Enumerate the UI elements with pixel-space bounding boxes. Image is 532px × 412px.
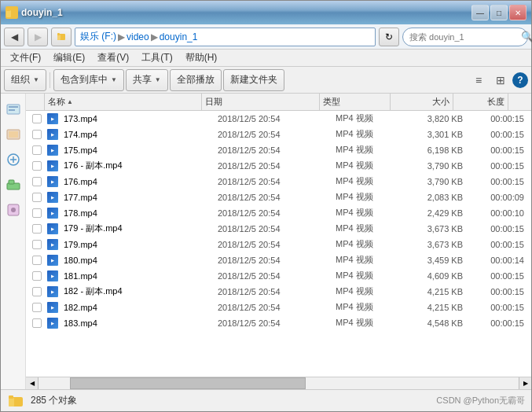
sidebar-icon-3[interactable] <box>4 150 23 169</box>
organize-dropdown-arrow: ▼ <box>33 76 39 83</box>
view-tiles-button[interactable]: ⊞ <box>490 70 511 90</box>
file-name: 179.mp4 <box>64 240 218 249</box>
table-row[interactable]: ▶ 177.mp4 2018/12/5 20:54 MP4 视频 2,083 K… <box>26 189 531 205</box>
row-checkbox-area <box>29 237 45 252</box>
file-size: 2,429 KB <box>406 208 469 218</box>
row-checkbox[interactable] <box>32 256 42 265</box>
sidebar-icon-4[interactable] <box>4 175 23 194</box>
close-button[interactable]: ✕ <box>509 5 526 20</box>
row-checkbox-area <box>29 127 45 142</box>
help-button[interactable]: ? <box>512 72 528 88</box>
table-row[interactable]: ▶ 176.mp4 2018/12/5 20:54 MP4 视频 3,790 K… <box>26 174 531 189</box>
minimize-button[interactable]: — <box>471 5 489 20</box>
row-checkbox[interactable] <box>32 161 42 171</box>
table-row[interactable]: ▶ 178.mp4 2018/12/5 20:54 MP4 视频 2,429 K… <box>26 205 531 221</box>
table-row[interactable]: ▶ 173.mp4 2018/12/5 20:54 MP4 视频 3,820 K… <box>26 111 531 127</box>
table-row[interactable]: ▶ 181.mp4 2018/12/5 20:54 MP4 视频 4,609 K… <box>26 268 531 284</box>
file-type: MP4 视频 <box>336 160 406 171</box>
file-size: 6,198 KB <box>406 145 469 155</box>
row-checkbox[interactable] <box>32 145 42 155</box>
organize-button[interactable]: 组织 ▼ <box>4 69 46 91</box>
table-row[interactable]: ▶ 179 - 副本.mp4 2018/12/5 20:54 MP4 视频 3,… <box>26 221 531 237</box>
menu-help[interactable]: 帮助(H) <box>179 50 224 66</box>
menu-view[interactable]: 查看(V) <box>91 50 135 66</box>
file-size: 3,301 KB <box>406 130 469 139</box>
hscroll-left-btn[interactable]: ◀ <box>26 377 39 389</box>
file-date: 2018/12/5 20:54 <box>218 271 336 281</box>
row-checkbox[interactable] <box>32 208 42 218</box>
file-type: MP4 视频 <box>336 285 406 297</box>
file-icon: ▶ <box>45 127 61 142</box>
add-to-library-button[interactable]: 包含到库中 ▼ <box>53 69 124 91</box>
table-row[interactable]: ▶ 175.mp4 2018/12/5 20:54 MP4 视频 6,198 K… <box>26 142 531 158</box>
play-all-button[interactable]: 全部播放 <box>170 69 222 91</box>
table-row[interactable]: ▶ 182 - 副本.mp4 2018/12/5 20:54 MP4 视频 4,… <box>26 284 531 300</box>
row-checkbox[interactable] <box>32 271 42 281</box>
menu-tools[interactable]: 工具(T) <box>135 50 178 66</box>
col-header-size[interactable]: 大小 <box>391 94 453 110</box>
forward-button[interactable]: ▶ <box>28 28 48 46</box>
row-checkbox[interactable] <box>32 224 42 234</box>
col-header-type[interactable]: 类型 <box>320 94 391 110</box>
up-button[interactable] <box>51 28 72 46</box>
share-dropdown-arrow: ▼ <box>155 76 161 83</box>
row-checkbox-area <box>29 111 45 126</box>
svg-point-15 <box>11 208 16 212</box>
back-button[interactable]: ◀ <box>4 28 24 46</box>
table-row[interactable]: ▶ 176 - 副本.mp4 2018/12/5 20:54 MP4 视频 3,… <box>26 158 531 174</box>
horizontal-scrollbar[interactable]: ◀ ▶ <box>26 377 531 389</box>
new-folder-button[interactable]: 新建文件夹 <box>223 69 284 91</box>
table-row[interactable]: ▶ 174.mp4 2018/12/5 20:54 MP4 视频 3,301 K… <box>26 127 531 142</box>
file-list[interactable]: ▶ 173.mp4 2018/12/5 20:54 MP4 视频 3,820 K… <box>26 111 531 377</box>
file-duration: 00:00:15 <box>469 114 524 123</box>
file-type: MP4 视频 <box>336 317 406 329</box>
svg-rect-7 <box>9 106 18 108</box>
col-header-name[interactable]: 名称 ▲ <box>45 94 202 110</box>
file-size: 3,673 KB <box>406 240 469 249</box>
row-checkbox[interactable] <box>32 114 42 123</box>
row-checkbox[interactable] <box>32 287 42 296</box>
row-checkbox[interactable] <box>32 193 42 202</box>
file-icon: ▶ <box>45 268 61 284</box>
svg-rect-8 <box>9 109 15 111</box>
table-row[interactable]: ▶ 179.mp4 2018/12/5 20:54 MP4 视频 3,673 K… <box>26 237 531 252</box>
file-name: 178.mp4 <box>64 208 218 218</box>
file-size: 3,673 KB <box>406 224 469 234</box>
col-header-duration[interactable]: 长度 <box>453 94 508 110</box>
menu-edit[interactable]: 编辑(E) <box>47 50 91 66</box>
file-name: 179 - 副本.mp4 <box>64 223 218 234</box>
refresh-button[interactable]: ↻ <box>379 28 399 46</box>
search-box[interactable]: 🔍 <box>402 28 528 46</box>
address-path[interactable]: 娱乐 (F:) ▶ video ▶ douyin_1 <box>75 28 376 46</box>
hscroll-right-btn[interactable]: ▶ <box>519 377 531 389</box>
row-checkbox[interactable] <box>32 130 42 139</box>
file-size: 3,459 KB <box>406 256 469 265</box>
row-checkbox[interactable] <box>32 177 42 186</box>
table-row[interactable]: ▶ 180.mp4 2018/12/5 20:54 MP4 视频 3,459 K… <box>26 252 531 268</box>
sidebar-icon-5[interactable] <box>4 200 23 219</box>
share-button[interactable]: 共享 ▼ <box>126 69 168 91</box>
file-duration: 00:00:10 <box>469 208 524 218</box>
sidebar-icon-2[interactable] <box>4 125 23 144</box>
hscroll-thumb[interactable] <box>70 377 306 389</box>
sidebar-icon-1[interactable] <box>4 100 23 119</box>
maximize-button[interactable]: □ <box>490 5 508 20</box>
table-row[interactable]: ▶ 182.mp4 2018/12/5 20:54 MP4 视频 4,215 K… <box>26 300 531 315</box>
file-type: MP4 视频 <box>336 112 406 124</box>
menu-file[interactable]: 文件(F) <box>4 50 47 66</box>
row-checkbox[interactable] <box>32 303 42 312</box>
col-header-date[interactable]: 日期 <box>202 94 320 110</box>
table-row[interactable]: ▶ 183.mp4 2018/12/5 20:54 MP4 视频 4,548 K… <box>26 315 531 331</box>
hscroll-track[interactable] <box>39 377 519 389</box>
file-size: 4,215 KB <box>406 287 469 296</box>
search-icon[interactable]: 🔍 <box>521 31 532 42</box>
search-input[interactable] <box>409 32 518 42</box>
row-checkbox[interactable] <box>32 318 42 328</box>
file-duration: 00:00:15 <box>469 161 524 171</box>
file-date: 2018/12/5 20:54 <box>218 240 336 249</box>
view-details-button[interactable]: ≡ <box>468 70 489 90</box>
title-bar-buttons: — □ ✕ <box>471 5 526 20</box>
row-checkbox[interactable] <box>32 240 42 249</box>
svg-rect-10 <box>9 131 18 138</box>
file-type: MP4 视频 <box>336 301 406 313</box>
